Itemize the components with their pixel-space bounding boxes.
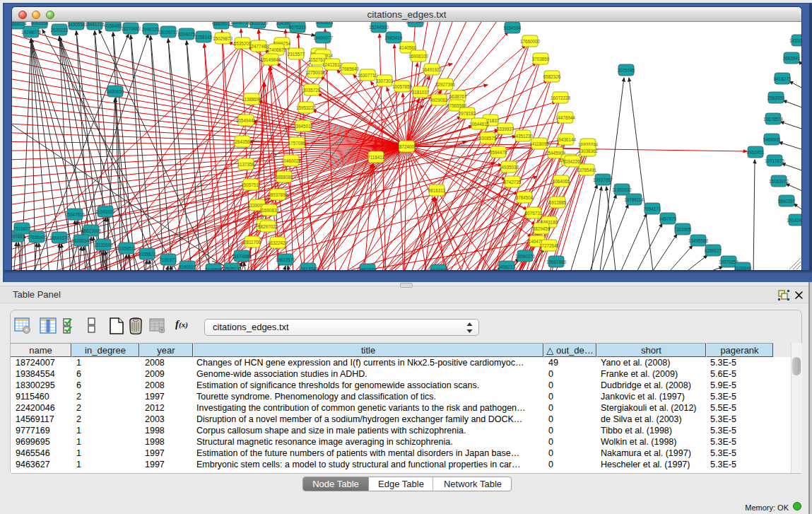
svg-text:16322420: 16322420 — [268, 240, 288, 245]
svg-text:3456213: 3456213 — [498, 264, 516, 269]
svg-text:10460025: 10460025 — [281, 158, 302, 163]
svg-text:17565588: 17565588 — [447, 103, 467, 108]
svg-text:7031971: 7031971 — [160, 257, 177, 262]
svg-text:14118095: 14118095 — [529, 141, 549, 146]
svg-text:19142407: 19142407 — [787, 218, 801, 223]
svg-text:19937057: 19937057 — [593, 177, 613, 182]
svg-text:2663941: 2663941 — [783, 56, 801, 61]
svg-text:3307301: 3307301 — [376, 78, 394, 83]
svg-text:2315577: 2315577 — [288, 52, 305, 57]
svg-text:3106848: 3106848 — [734, 266, 752, 271]
svg-text:6076731: 6076731 — [525, 211, 543, 216]
svg-text:2999883: 2999883 — [12, 234, 25, 239]
svg-text:11541029: 11541029 — [95, 209, 115, 214]
svg-text:10644615: 10644615 — [469, 122, 490, 127]
svg-text:18026717: 18026717 — [158, 30, 179, 35]
svg-text:2978182: 2978182 — [459, 111, 476, 116]
svg-text:6582326: 6582326 — [543, 74, 561, 79]
svg-text:17660000: 17660000 — [520, 39, 541, 44]
svg-text:8490656: 8490656 — [107, 89, 124, 94]
svg-text:10717675: 10717675 — [765, 158, 785, 163]
svg-text:16491923: 16491923 — [422, 67, 442, 72]
svg-text:13270483: 13270483 — [121, 26, 141, 31]
svg-text:16623006: 16623006 — [81, 228, 102, 233]
svg-text:11690833: 11690833 — [259, 208, 279, 213]
svg-text:6064065: 6064065 — [553, 179, 570, 184]
svg-text:17656906: 17656906 — [27, 235, 47, 240]
svg-text:15057511: 15057511 — [241, 182, 261, 187]
svg-text:15031529: 15031529 — [248, 22, 269, 25]
svg-text:4929082: 4929082 — [430, 98, 448, 103]
svg-text:5339937: 5339937 — [497, 127, 514, 132]
svg-text:16908100: 16908100 — [408, 54, 429, 59]
svg-text:15244500: 15244500 — [369, 25, 389, 30]
svg-text:8204075: 8204075 — [178, 32, 196, 37]
svg-text:1137358: 1137358 — [237, 162, 255, 167]
svg-text:16060376: 16060376 — [515, 254, 536, 259]
svg-text:4457975: 4457975 — [659, 216, 677, 221]
svg-text:4269227: 4269227 — [705, 248, 722, 253]
svg-text:13945012: 13945012 — [293, 124, 314, 129]
svg-text:19799114: 19799114 — [624, 197, 644, 202]
svg-text:5888088: 5888088 — [276, 175, 293, 180]
svg-text:18724007: 18724007 — [396, 144, 417, 149]
svg-text:14476944: 14476944 — [555, 115, 576, 120]
svg-text:3883910: 3883910 — [213, 22, 230, 26]
svg-text:17665640: 17665640 — [339, 66, 360, 71]
svg-text:15347616: 15347616 — [65, 212, 86, 217]
svg-text:16307710: 16307710 — [358, 73, 378, 78]
svg-text:7303905: 7303905 — [674, 227, 692, 232]
svg-text:11058511: 11058511 — [117, 246, 136, 251]
svg-text:19436144: 19436144 — [556, 137, 577, 142]
svg-text:9308575: 9308575 — [479, 136, 497, 141]
svg-text:15029873: 15029873 — [213, 36, 233, 41]
svg-text:4043823: 4043823 — [316, 22, 334, 25]
svg-text:15953222: 15953222 — [296, 105, 317, 110]
svg-text:2811700: 2811700 — [244, 240, 261, 245]
svg-text:11074688: 11074688 — [232, 254, 252, 259]
svg-text:14310388: 14310388 — [789, 38, 801, 43]
svg-text:10342260: 10342260 — [563, 159, 583, 164]
svg-text:9816313: 9816313 — [428, 188, 446, 193]
svg-text:18841570: 18841570 — [49, 235, 70, 240]
svg-text:18177615: 18177615 — [428, 268, 449, 271]
svg-text:6912885: 6912885 — [549, 200, 567, 205]
svg-text:14248078: 14248078 — [21, 30, 42, 35]
svg-text:19973477: 19973477 — [406, 22, 426, 24]
svg-text:7118411: 7118411 — [367, 155, 384, 160]
svg-text:18937896: 18937896 — [268, 192, 288, 197]
svg-text:15063972: 15063972 — [769, 179, 789, 184]
svg-text:2563055: 2563055 — [767, 95, 785, 100]
svg-text:10057659: 10057659 — [392, 84, 413, 89]
svg-text:14935038: 14935038 — [499, 165, 519, 170]
svg-text:3784504: 3784504 — [516, 195, 534, 200]
svg-text:10661588: 10661588 — [546, 259, 567, 264]
svg-text:4952451: 4952451 — [747, 150, 765, 155]
svg-text:17272648: 17272648 — [539, 243, 560, 248]
svg-text:15149848: 15149848 — [261, 57, 281, 62]
svg-text:8742735: 8742735 — [504, 180, 522, 185]
svg-text:12750036: 12750036 — [305, 70, 326, 75]
svg-text:3703859: 3703859 — [532, 57, 550, 62]
svg-text:12927396: 12927396 — [435, 82, 456, 87]
svg-text:9190519: 9190519 — [179, 264, 196, 269]
svg-text:2258145: 2258145 — [195, 35, 213, 40]
svg-text:8829459: 8829459 — [533, 226, 551, 231]
svg-text:13132690: 13132690 — [93, 243, 114, 247]
svg-text:1757086: 1757086 — [288, 141, 306, 146]
svg-text:13495588: 13495588 — [688, 238, 709, 243]
svg-text:3181037: 3181037 — [412, 90, 430, 95]
svg-text:10549441: 10549441 — [236, 118, 257, 123]
svg-text:12643564: 12643564 — [233, 139, 253, 144]
svg-text:6638767: 6638767 — [449, 94, 467, 99]
svg-text:18297022: 18297022 — [258, 224, 278, 229]
svg-text:6061658: 6061658 — [31, 22, 49, 25]
svg-text:5154104: 5154104 — [504, 25, 522, 30]
svg-text:7910827: 7910827 — [13, 226, 31, 231]
svg-text:14351230: 14351230 — [513, 134, 534, 139]
svg-text:17613348: 17613348 — [298, 267, 319, 271]
svg-text:13038362: 13038362 — [578, 148, 599, 153]
svg-text:18622670: 18622670 — [276, 257, 296, 262]
svg-text:17406879: 17406879 — [266, 47, 287, 52]
svg-text:18981216: 18981216 — [85, 22, 105, 27]
